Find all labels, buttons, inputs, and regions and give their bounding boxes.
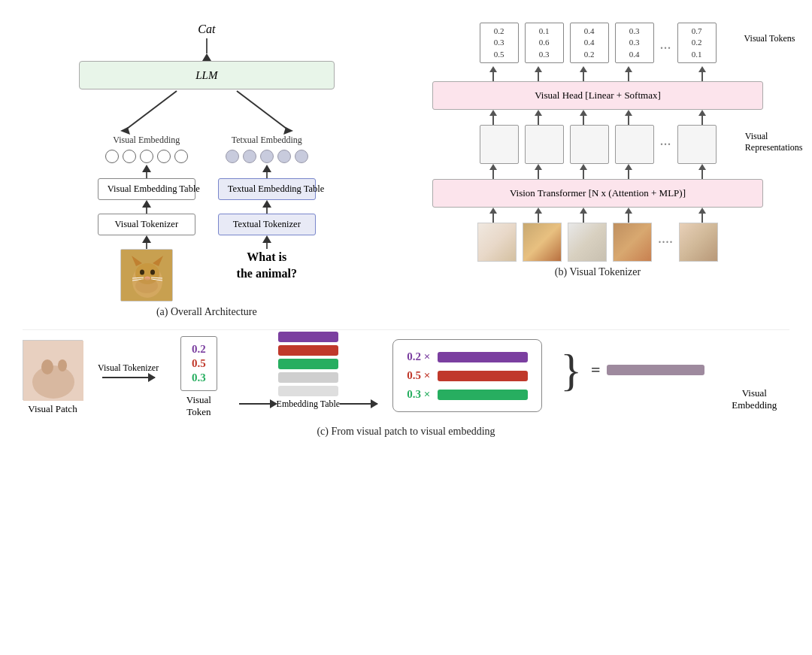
- token-box-1: 0.20.30.5: [480, 23, 519, 63]
- formula-row-2: 0.5 ×: [407, 369, 528, 382]
- b-arrows-up1: [432, 66, 763, 81]
- patch-big-img: [23, 340, 83, 400]
- question-text: What isthe animal?: [237, 249, 297, 283]
- token-box-2: 0.10.60.3: [525, 23, 564, 63]
- emb-arrow-line-pre: [239, 403, 277, 405]
- fb-red: [438, 371, 528, 381]
- patch-images-row: ····: [477, 223, 718, 262]
- svg-line-0: [124, 91, 177, 131]
- fb-purple: [438, 352, 528, 362]
- circle-1: [105, 150, 119, 163]
- circle-5: [174, 150, 188, 163]
- vis-rep-row: ··· VisualRepresentations: [480, 125, 717, 164]
- tokenizer-arrow-line: [102, 377, 155, 378]
- svg-point-11: [144, 277, 150, 280]
- svg-point-10: [150, 270, 155, 275]
- visual-head-box: Visual Head [Linear + Softmax]: [432, 81, 763, 110]
- result-col: } =: [557, 347, 704, 393]
- circle-4: [157, 150, 171, 163]
- llm-arrows-svg: [79, 89, 335, 135]
- visual-emb-col: Visual Embedding: [720, 344, 789, 411]
- result-row: =: [585, 360, 704, 380]
- coeff-1: 0.2 ×: [407, 350, 433, 363]
- diagram-a: Cat LLM: [23, 15, 391, 318]
- diagram-c: Visual Patch Visual Tokenizer 0.2 0.5 0.…: [23, 336, 789, 418]
- patch-4: [613, 223, 652, 262]
- diagram-a-caption: (a) Overall Architecture: [156, 306, 257, 318]
- vis-rep-2: [525, 125, 564, 164]
- b-arrows-up2: [432, 110, 763, 125]
- patch-5: [679, 223, 718, 262]
- equals-result: =: [585, 360, 704, 380]
- textual-col: Tetxual Embedding: [218, 135, 316, 302]
- diagram-b-caption: (b) Visual Tokenizer: [555, 266, 641, 278]
- visual-tokens-row: 0.20.30.5 0.10.60.3 0.40.40.2 0.30.30.4 …: [480, 23, 717, 63]
- circle-2: [123, 150, 136, 163]
- circle-f2: [243, 150, 256, 163]
- token-val-2: 0.5: [192, 357, 206, 370]
- svg-point-9: [140, 270, 144, 275]
- coeff-2: 0.5 ×: [407, 369, 433, 382]
- result-bar: [607, 365, 704, 375]
- vis-rep-label: VisualRepresentations: [745, 131, 803, 153]
- token-box-4: 0.30.30.4: [615, 23, 654, 63]
- token-val-3: 0.3: [192, 371, 206, 384]
- textual-embedding-label: Tetxual Embedding: [232, 135, 302, 146]
- circle-f3: [260, 150, 274, 163]
- svg-point-19: [58, 359, 67, 371]
- circle-3: [140, 150, 153, 163]
- vis-rep-dots: ···: [660, 136, 671, 153]
- visual-tokenizer-arrow: Visual Tokenizer: [98, 362, 159, 378]
- visual-tokenizer-box: Visual Tokenizer: [98, 214, 195, 235]
- emb-bar-gray1: [278, 372, 338, 383]
- diagram-c-section: Visual Patch Visual Tokenizer 0.2 0.5 0.…: [23, 329, 789, 438]
- formula-box: 0.2 × 0.5 × 0.3 ×: [392, 339, 542, 412]
- circle-f4: [277, 150, 291, 163]
- arch-two-cols: Visual Embedding: [79, 135, 335, 302]
- tokenizer-arrow-label: Visual Tokenizer: [98, 362, 159, 374]
- token-val-1: 0.2: [192, 343, 206, 356]
- patch-dots: ····: [658, 234, 673, 251]
- equals-sign: =: [591, 360, 601, 380]
- cat-label: Cat: [198, 23, 215, 36]
- textual-emb-circles: [226, 150, 308, 163]
- visual-patch-col: Visual Patch: [23, 340, 83, 415]
- token-box-3: 0.40.40.2: [570, 23, 609, 63]
- visual-emb-circles: [105, 150, 188, 163]
- vis-rep-4: [615, 125, 654, 164]
- circle-f1: [226, 150, 239, 163]
- cat-image: [120, 249, 173, 302]
- main-container: Cat LLM: [23, 15, 789, 438]
- emb-arrow-line-post: [340, 403, 377, 405]
- visual-embedding-table-box: Visual Embedding Table: [98, 178, 195, 200]
- visual-tokens-label: Visual Tokens: [744, 33, 795, 44]
- patch-3: [568, 223, 607, 262]
- fb-green: [438, 390, 528, 400]
- tokens-dots: ···: [660, 40, 671, 63]
- token-values-box: 0.2 0.5 0.3: [180, 336, 217, 391]
- diagram-c-caption: (c) From visual patch to visual embeddin…: [317, 426, 495, 438]
- vis-rep-5: [677, 125, 717, 164]
- diagram-b: 0.20.30.5 0.10.60.3 0.40.40.2 0.30.30.4 …: [406, 15, 789, 318]
- llm-box: LLM: [79, 61, 335, 89]
- vis-rep-1: [480, 125, 519, 164]
- b-arrows-up4: [432, 208, 763, 223]
- emb-bar-red: [278, 345, 338, 356]
- svg-point-17: [32, 365, 74, 399]
- embedding-table-label: Embedding Table: [239, 399, 378, 410]
- emb-table-visual: [278, 332, 338, 396]
- brace: }: [560, 347, 582, 393]
- visual-embedding-label: Visual Embedding: [113, 135, 180, 146]
- top-row: Cat LLM: [23, 15, 789, 318]
- emb-bar-purple: [278, 332, 338, 342]
- emb-bar-gray2: [278, 386, 338, 396]
- svg-line-2: [237, 91, 289, 131]
- emb-bar-green: [278, 359, 338, 369]
- token-box-5: 0.70.20.1: [677, 23, 717, 63]
- visual-token-col: 0.2 0.5 0.3 Visual Token: [174, 336, 223, 418]
- formula-row-3: 0.3 ×: [407, 388, 528, 401]
- circle-f5: [295, 150, 308, 163]
- svg-point-6: [135, 263, 159, 284]
- vis-rep-3: [570, 125, 609, 164]
- coeff-3: 0.3 ×: [407, 388, 433, 401]
